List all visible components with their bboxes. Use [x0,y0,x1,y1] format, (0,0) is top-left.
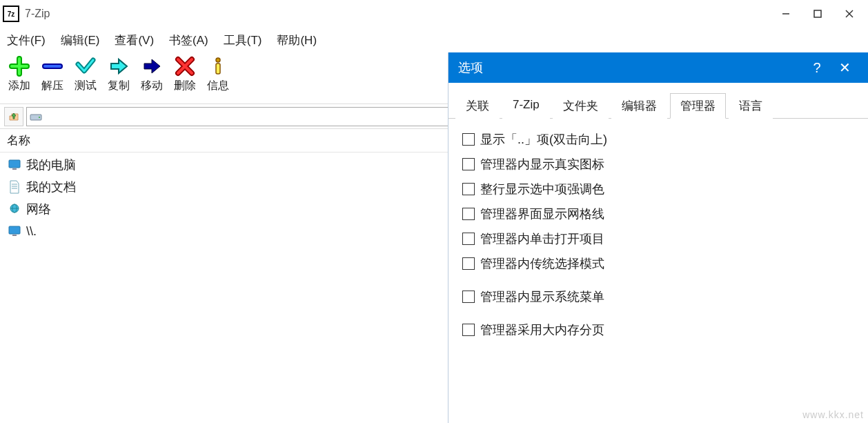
svg-rect-16 [9,226,20,234]
minimize-button[interactable] [770,3,802,25]
maximize-button[interactable] [802,3,834,25]
dialog-titlebar: 选项 ? ✕ [448,52,868,83]
menu-file[interactable]: 文件(F) [6,31,47,50]
toolbar-info-label: 信息 [207,79,229,93]
svg-rect-9 [12,168,17,170]
check-icon [75,55,97,77]
list-item-label: \\. [26,224,37,239]
app-title: 7-Zip [25,8,50,20]
list-item-label: 网络 [26,201,51,217]
svg-point-7 [39,117,40,118]
svg-rect-1 [814,10,821,17]
plus-icon [8,55,30,77]
toolbar-move-label: 移动 [141,79,163,93]
toolbar-delete-label: 删除 [174,79,196,93]
tab-folder[interactable]: 文件夹 [553,93,609,119]
dialog-help-button[interactable]: ? [803,60,831,76]
opt-label: 管理器内显示真实图标 [480,156,604,173]
file-panel: 名称 我的电脑 我的文档 网络 \\. [0,128,448,423]
toolbar-copy-label: 复制 [108,79,130,93]
svg-point-4 [216,58,220,62]
dialog-body: 关联 7-Zip 文件夹 编辑器 管理器 语言 显示「..」项(双击向上) 管理… [448,83,868,359]
toolbar-add[interactable]: 添加 [6,55,33,93]
file-list: 我的电脑 我的文档 网络 \\. [0,153,448,244]
menubar: 文件(F) 编辑(E) 查看(V) 书签(A) 工具(T) 帮助(H) [0,28,868,52]
toolbar-test[interactable]: 测试 [72,55,99,93]
checkbox-icon [462,133,475,146]
opt-label: 整行显示选中项强调色 [480,181,604,197]
opt-label: 管理器采用大内存分页 [480,322,604,338]
checkbox-icon [462,208,475,220]
menu-bookmarks[interactable]: 书签(A) [168,31,210,50]
menu-edit[interactable]: 编辑(E) [59,31,101,50]
svg-rect-8 [9,160,20,168]
tab-manager-content: 显示「..」项(双击向上) 管理器内显示真实图标 整行显示选中项强调色 管理器界… [448,119,868,359]
arrow-right-outline-icon [108,55,130,77]
toolbar-extract[interactable]: 解压 [39,55,66,93]
dialog-tabs: 关联 7-Zip 文件夹 编辑器 管理器 语言 [448,83,868,119]
menu-view[interactable]: 查看(V) [113,31,155,50]
opt-label: 管理器内单击打开项目 [480,230,604,247]
minus-icon [41,55,63,77]
tab-editor[interactable]: 编辑器 [611,93,667,119]
toolbar-test-label: 测试 [75,79,97,93]
checkbox-icon [462,183,475,195]
toolbar-info[interactable]: 信息 [204,55,232,93]
dialog-close-button[interactable]: ✕ [831,59,858,76]
opt-show-dotdot[interactable]: 显示「..」项(双击向上) [462,131,854,148]
dialog-title: 选项 [458,59,803,76]
checkbox-icon [462,233,475,245]
checkbox-icon [462,257,475,270]
options-dialog: 选项 ? ✕ 关联 7-Zip 文件夹 编辑器 管理器 语言 显示「..」项(双… [448,52,868,423]
list-item[interactable]: 我的文档 [0,176,448,198]
tab-7zip[interactable]: 7-Zip [502,93,550,119]
monitor-icon [7,224,22,238]
opt-gridlines[interactable]: 管理器界面显示网格线 [462,206,854,222]
drive-icon [30,112,42,121]
toolbar-move[interactable]: 移动 [138,55,166,93]
info-icon [207,55,229,77]
toolbar-add-label: 添加 [8,79,30,93]
toolbar-delete[interactable]: 删除 [171,55,199,93]
opt-full-row[interactable]: 整行显示选中项强调色 [462,181,854,197]
svg-rect-17 [12,235,17,236]
opt-large-pages[interactable]: 管理器采用大内存分页 [462,322,854,338]
monitor-icon [7,158,22,172]
close-button[interactable] [834,3,865,25]
checkbox-icon [462,324,475,336]
opt-label: 管理器界面显示网格线 [480,206,604,222]
column-header-name[interactable]: 名称 [0,129,448,153]
opt-real-icons[interactable]: 管理器内显示真实图标 [462,156,854,173]
list-item-label: 我的文档 [26,179,76,195]
network-icon [7,202,22,216]
x-icon [174,55,196,77]
list-item[interactable]: 我的电脑 [0,154,448,176]
tab-assoc[interactable]: 关联 [455,93,500,119]
tab-manager[interactable]: 管理器 [670,93,726,119]
opt-label: 管理器内显示系统菜单 [480,288,604,305]
opt-system-menu[interactable]: 管理器内显示系统菜单 [462,288,854,305]
toolbar-extract-label: 解压 [41,79,63,93]
menu-tools[interactable]: 工具(T) [222,31,264,50]
up-button[interactable] [4,107,23,126]
opt-classic-select[interactable]: 管理器内传统选择模式 [462,255,854,272]
checkbox-icon [462,158,475,170]
list-item[interactable]: 网络 [0,198,448,220]
up-folder-icon [8,110,20,123]
titlebar: 7z 7-Zip [0,0,868,28]
arrow-right-solid-icon [141,55,163,77]
opt-label: 显示「..」项(双击向上) [480,131,607,148]
checkbox-icon [462,291,475,303]
opt-label: 管理器内传统选择模式 [480,255,604,272]
list-item[interactable]: \\. [0,220,448,242]
list-item-label: 我的电脑 [26,157,76,173]
menu-help[interactable]: 帮助(H) [275,31,318,50]
toolbar-copy[interactable]: 复制 [105,55,132,93]
app-icon: 7z [3,6,19,22]
document-icon [7,180,22,194]
main-area: 名称 我的电脑 我的文档 网络 \\. 选项 ? ✕ [0,128,868,423]
tab-language[interactable]: 语言 [729,93,773,119]
opt-single-click[interactable]: 管理器内单击打开项目 [462,230,854,247]
svg-rect-5 [216,63,220,74]
